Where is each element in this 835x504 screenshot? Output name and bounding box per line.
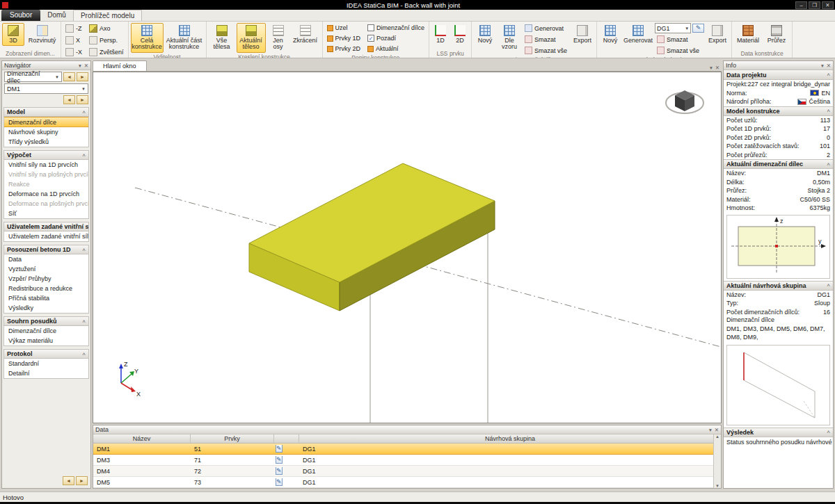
table-row[interactable]: DM4 72 ✎ DG1 bbox=[93, 466, 721, 477]
lcs-1d-button[interactable]: 1D bbox=[431, 23, 450, 46]
background-toggle[interactable]: ✓Pozadí bbox=[365, 33, 427, 43]
navigator-mode-select[interactable]: Dimenzační dílec▼ bbox=[4, 72, 62, 82]
nav-item-pricna-stabilita[interactable]: Příčná stabilita bbox=[4, 293, 88, 303]
member-generate-button[interactable]: Generovat bbox=[523, 23, 569, 33]
edit-row-button[interactable]: ✎ bbox=[276, 467, 283, 475]
current-part-button[interactable]: Aktuální část konstrukce bbox=[165, 23, 204, 53]
info-section-model[interactable]: Model konstrukce˄ bbox=[724, 106, 833, 116]
table-scrollbar[interactable]: ▲ ▼ bbox=[713, 434, 721, 488]
group-delete-button[interactable]: Smazat bbox=[655, 34, 704, 44]
nav-item-vzper-pruhyby[interactable]: Vzpěr/ Průhyby bbox=[4, 274, 88, 284]
viewport-3d[interactable]: Z Y X bbox=[93, 72, 722, 423]
view-minus-z-button[interactable]: -Z bbox=[63, 23, 84, 34]
minimize-button[interactable]: – bbox=[795, 1, 807, 9]
nav-item-vykaz-materialu[interactable]: Výkaz materiálu bbox=[4, 336, 88, 346]
scroll-up-icon[interactable]: ▲ bbox=[715, 434, 719, 439]
close-icon[interactable]: ✕ bbox=[827, 63, 831, 69]
tab-model-viewer[interactable]: Prohlížeč modelu bbox=[73, 10, 142, 21]
close-button[interactable]: ✕ bbox=[822, 1, 834, 9]
nav-item-detailni[interactable]: Detailní bbox=[4, 368, 88, 378]
material-button[interactable]: Materiál bbox=[734, 23, 762, 46]
current-solid-button[interactable]: Aktuální těleso bbox=[237, 23, 266, 53]
col-nazev[interactable]: Název bbox=[93, 434, 191, 443]
current-member-select[interactable]: DM1▼ bbox=[4, 83, 88, 94]
prev-item-button[interactable]: ◄ bbox=[63, 72, 75, 81]
pin-icon[interactable]: ▾ bbox=[710, 65, 713, 71]
nav-section-model[interactable]: Model˄ bbox=[3, 107, 89, 117]
nav-item-tridy-vysledku[interactable]: Třídy výsledků bbox=[4, 137, 88, 147]
maximize-button[interactable]: ❐ bbox=[809, 1, 820, 9]
info-section-projekt[interactable]: Data projektu˄ bbox=[724, 70, 833, 80]
view-3d-button[interactable]: 3D bbox=[2, 23, 24, 46]
nav-item-redistribuce[interactable]: Redistribuce a redukce bbox=[4, 284, 88, 293]
scroll-down-icon[interactable]: ▼ bbox=[715, 484, 719, 488]
label-members-2d-toggle[interactable]: Prvky 2D bbox=[325, 44, 363, 54]
nav-item-uzivatelske-sily[interactable]: Uživatelem zadané vnitřní síly bbox=[4, 231, 88, 241]
tab-main-window[interactable]: Hlavní okno bbox=[93, 60, 147, 71]
nav-back-button[interactable]: ◄ bbox=[63, 95, 75, 104]
next-item-button[interactable]: ► bbox=[77, 72, 88, 81]
member-export-button[interactable]: Export bbox=[571, 23, 594, 46]
table-row[interactable]: DM5 73 ✎ DG1 bbox=[93, 477, 721, 488]
view-minus-x-button[interactable]: -X bbox=[63, 47, 84, 58]
tab-home[interactable]: Domů bbox=[40, 10, 73, 21]
lcs-2d-button[interactable]: 2D bbox=[451, 23, 469, 46]
table-row[interactable]: DM1 51 ✎ DG1 bbox=[93, 444, 721, 455]
nav-item-deformace-1d[interactable]: Deformace na 1D prvcích bbox=[4, 189, 88, 199]
member-delete-all-button[interactable]: Smazat vše bbox=[523, 45, 569, 56]
cross-section-button[interactable]: Průřez bbox=[763, 23, 790, 46]
nav-section-vypocet[interactable]: Výpočet˄ bbox=[3, 150, 89, 160]
whole-structure-button[interactable]: Celá konstrukce bbox=[131, 23, 164, 53]
info-section-navrhova-skupina[interactable]: Aktuální návrhová skupina˄ bbox=[724, 281, 833, 291]
nav-section-posouzeni[interactable]: Posouzení betonu 1D˄ bbox=[3, 245, 89, 254]
nav-section-protokol[interactable]: Protokol˄ bbox=[3, 349, 89, 359]
member-new-button[interactable]: Nový bbox=[474, 23, 496, 46]
file-menu-button[interactable]: Soubor bbox=[1, 10, 40, 21]
col-navrhova-skupina[interactable]: Návrhová skupina bbox=[299, 434, 721, 443]
design-group-select[interactable]: DG1▼ bbox=[655, 23, 691, 33]
info-section-vysledek[interactable]: Výsledek˄ bbox=[724, 428, 833, 437]
label-current-toggle[interactable]: Aktuální bbox=[365, 44, 427, 54]
nav-item-navrhove-skupiny[interactable]: Návrhové skupiny bbox=[4, 127, 88, 137]
nav-section-souhrn[interactable]: Souhrn posudků˄ bbox=[3, 316, 89, 326]
label-members-1d-toggle[interactable]: Prvky 1D bbox=[325, 33, 363, 43]
nav-item-data[interactable]: Data bbox=[4, 254, 88, 264]
table-row[interactable]: DM6 74 ✎ DG1 bbox=[93, 488, 721, 489]
background-checkbox[interactable]: ✓ bbox=[367, 35, 374, 42]
group-generate-button[interactable]: Generovat bbox=[623, 23, 653, 46]
group-export-button[interactable]: Export bbox=[706, 23, 729, 46]
group-delete-all-button[interactable]: Smazat vše bbox=[655, 45, 704, 56]
nav-bottom-prev-button[interactable]: ◄ bbox=[63, 476, 74, 485]
close-icon[interactable]: ✕ bbox=[84, 63, 88, 69]
nav-item-sit[interactable]: Síť bbox=[4, 209, 88, 218]
pin-icon[interactable]: ▾ bbox=[709, 427, 712, 433]
col-prvky[interactable]: Prvky bbox=[191, 434, 274, 443]
design-members-checkbox[interactable] bbox=[367, 24, 374, 31]
nav-forward-button[interactable]: ► bbox=[77, 95, 88, 104]
edit-group-button[interactable]: ✎ bbox=[692, 24, 704, 33]
nav-bottom-next-button[interactable]: ► bbox=[76, 476, 88, 485]
nav-item-standardni[interactable]: Standardní bbox=[4, 359, 88, 368]
info-section-aktualni-dilec[interactable]: Aktuální dimenzační dílec˄ bbox=[724, 159, 833, 169]
unfolded-view-button[interactable]: Rozvinutý bbox=[26, 23, 58, 46]
nav-section-uzivatelem[interactable]: Uživatelem zadané vnitřní s˄ bbox=[3, 222, 89, 231]
member-delete-button[interactable]: Smazat bbox=[523, 34, 569, 44]
nav-item-vnitrni-sily-1d[interactable]: Vnitřní síly na 1D prvcích bbox=[4, 160, 88, 170]
label-nodes-toggle[interactable]: Uzel bbox=[325, 23, 363, 33]
all-solids-button[interactable]: Vše tělesa bbox=[209, 23, 235, 53]
label-design-members-toggle[interactable]: Dimenzační dílce bbox=[365, 23, 427, 33]
nav-item-vysledky[interactable]: Výsledky bbox=[4, 303, 88, 313]
view-axo-button[interactable]: Axo bbox=[87, 23, 126, 34]
edit-row-button[interactable]: ✎ bbox=[276, 456, 283, 464]
table-row[interactable]: DM3 71 ✎ DG1 bbox=[93, 455, 721, 466]
nav-item-dimenzacni-dilce[interactable]: Dimenzační dílce bbox=[4, 117, 88, 127]
edit-row-button[interactable]: ✎ bbox=[276, 445, 283, 453]
pin-icon[interactable]: ▾ bbox=[821, 63, 824, 69]
nav-item-souhrn-dilce[interactable]: Dimenzační dílce bbox=[4, 326, 88, 336]
edit-row-button[interactable]: ✎ bbox=[276, 478, 283, 486]
close-icon[interactable]: ✕ bbox=[715, 65, 719, 71]
axes-only-button[interactable]: Jen osy bbox=[267, 23, 289, 53]
nav-item-vyztuzeni[interactable]: Vyztužení bbox=[4, 264, 88, 274]
shortening-button[interactable]: Zkrácení bbox=[291, 23, 320, 46]
close-icon[interactable]: ✕ bbox=[715, 427, 719, 433]
